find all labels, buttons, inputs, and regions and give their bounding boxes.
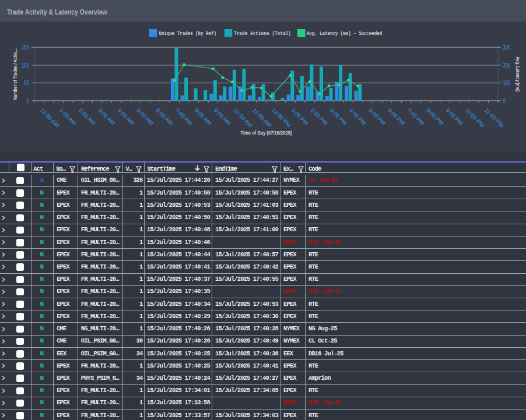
svg-text:12:00 AM: 12:00 AM — [39, 107, 60, 128]
svg-text:12:00 PM: 12:00 PM — [271, 107, 292, 128]
svg-text:1:00 PM: 1:00 PM — [290, 107, 309, 126]
svg-text:Time of Day (07/15/2025): Time of Day (07/15/2025) — [241, 129, 292, 136]
svg-text:4:00 PM: 4:00 PM — [348, 107, 367, 126]
svg-text:7:00 PM: 7:00 PM — [406, 107, 425, 126]
svg-text:Avg. Latency (ms) - Succeeded: Avg. Latency (ms) - Succeeded — [307, 31, 382, 37]
svg-text:Unique Trades (by Ref): Unique Trades (by Ref) — [159, 31, 216, 37]
svg-text:8:00 PM: 8:00 PM — [425, 107, 444, 126]
svg-text:6:00 PM: 6:00 PM — [387, 107, 406, 126]
svg-text:150: 150 — [22, 44, 29, 51]
svg-text:Avg. Latency (ms): Avg. Latency (ms) — [515, 57, 521, 91]
svg-text:6:00 AM: 6:00 AM — [155, 107, 174, 126]
svg-text:30K: 30K — [503, 44, 511, 51]
svg-text:10:00 AM: 10:00 AM — [232, 107, 253, 128]
svg-text:5:00 PM: 5:00 PM — [367, 107, 387, 126]
svg-text:10:00 PM: 10:00 PM — [464, 107, 485, 128]
svg-text:3:00 PM: 3:00 PM — [329, 107, 348, 126]
svg-text:9:00 AM: 9:00 AM — [213, 107, 232, 126]
svg-text:3:00 AM: 3:00 AM — [97, 107, 116, 126]
svg-text:5:00 AM: 5:00 AM — [135, 107, 155, 126]
svg-text:9:00 PM: 9:00 PM — [444, 107, 464, 126]
svg-text:0: 0 — [26, 97, 29, 104]
svg-text:7:00 AM: 7:00 AM — [174, 107, 194, 126]
svg-text:1:00 AM: 1:00 AM — [58, 107, 78, 126]
svg-text:8:00 AM: 8:00 AM — [194, 107, 213, 126]
svg-text:2:00 AM: 2:00 AM — [78, 107, 97, 126]
svg-text:Number of Trades / Actio…: Number of Trades / Actio… — [12, 48, 18, 100]
svg-text:Trade Actions (Total): Trade Actions (Total) — [234, 31, 291, 37]
svg-text:11:00 AM: 11:00 AM — [251, 107, 272, 128]
svg-text:2:00 PM: 2:00 PM — [310, 107, 329, 126]
svg-text:10K: 10K — [503, 79, 511, 86]
svg-text:20K: 20K — [503, 62, 511, 69]
svg-text:50: 50 — [24, 79, 29, 86]
svg-text:0: 0 — [503, 97, 506, 104]
svg-text:100: 100 — [22, 62, 29, 69]
svg-text:11:00 PM: 11:00 PM — [483, 107, 504, 128]
svg-text:4:00 AM: 4:00 AM — [116, 107, 135, 126]
